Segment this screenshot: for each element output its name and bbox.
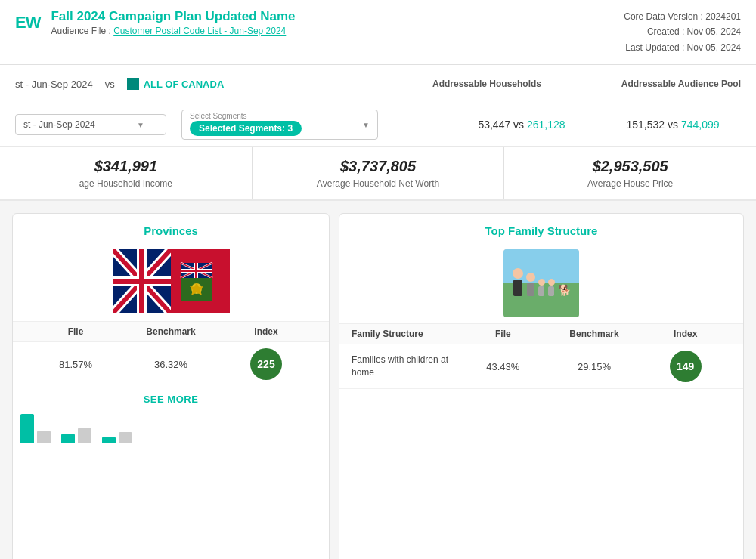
figure-body-child-2	[548, 286, 554, 296]
figure-adult-female	[526, 273, 535, 296]
metric-house-price-value: $2,953,505	[522, 158, 738, 175]
family-structure-title: Top Family Structure	[339, 214, 743, 242]
family-index-value: 149	[640, 351, 731, 382]
pool-benchmark: 744,099	[681, 119, 720, 131]
metric-household-income: $341,991 age Household Income	[0, 147, 253, 199]
panel-family: Top Family Structure	[339, 213, 744, 559]
figure-body-adult-female	[527, 283, 534, 296]
canada-badge: ALL OF CANADA	[127, 78, 225, 90]
svg-rect-19	[181, 270, 212, 272]
th-benchmark: Benchmark	[123, 326, 218, 337]
chevron-down-icon: ▼	[137, 121, 144, 129]
figure-adult-male	[513, 268, 523, 296]
bar-benchmark-3	[119, 432, 132, 443]
figure-head-child-2	[548, 279, 555, 286]
figure-child-2	[548, 279, 555, 296]
audience-file-label: st - Jun-Sep 2024	[15, 79, 93, 90]
subtitle-prefix: Audience File :	[51, 26, 113, 36]
addressable-households-label: Addressable Households	[411, 71, 562, 97]
figure-head-adult-male	[513, 268, 523, 279]
segments-select[interactable]: Select Segments Selected Segments: 3 ▼	[181, 110, 378, 140]
main-content: Provinces	[0, 201, 756, 559]
family-col-headers: Family Structure File Benchmark Index	[339, 323, 743, 344]
filter-row: st - Jun-Sep 2024 ▼ Select Segments Sele…	[0, 103, 756, 147]
figure-head-child-1	[538, 279, 545, 286]
pet-icon: 🐕	[558, 284, 571, 296]
figure-head-adult-female	[526, 273, 535, 282]
last-updated-date: Last Updated : Nov 05, 2024	[624, 40, 741, 55]
metric-house-price-label: Average House Price	[522, 178, 738, 189]
ontario-flag	[113, 249, 230, 313]
audience-file-select[interactable]: st - Jun-Sep 2024 ▼	[15, 114, 166, 135]
hh-file-value: 53,447	[478, 119, 510, 131]
th-file: File	[28, 326, 123, 337]
header-title: Fall 2024 Campaign Plan Updated Name	[51, 9, 295, 24]
metric-household-income-label: age Household Income	[18, 178, 234, 189]
canada-label: ALL OF CANADA	[144, 79, 225, 90]
metric-net-worth-value: $3,737,805	[271, 158, 486, 175]
bar-2	[61, 434, 75, 443]
core-data-version: Core Data Version : 2024201	[624, 9, 741, 24]
family-photo-area: 🐕	[339, 242, 743, 317]
bar-3	[102, 437, 116, 443]
header-title-block: Fall 2024 Campaign Plan Updated Name Aud…	[51, 9, 295, 36]
family-figures: 🐕	[513, 268, 571, 299]
family-photo: 🐕	[503, 249, 579, 317]
fth-index: Index	[640, 329, 731, 339]
addressable-audience-pool-label: Addressable Audience Pool	[575, 71, 741, 97]
pool-vs: vs	[668, 119, 681, 131]
provinces-title: Provinces	[13, 214, 329, 242]
header-left: EW Fall 2024 Campaign Plan Updated Name …	[15, 9, 296, 36]
vs-label: vs	[105, 79, 115, 90]
segments-pill: Selected Segments: 3	[190, 121, 302, 136]
th-index: Index	[218, 326, 314, 337]
bar-benchmark-2	[78, 428, 91, 443]
figure-child-1	[538, 279, 545, 296]
header-meta: Core Data Version : 2024201 Created : No…	[624, 9, 741, 55]
figure-body-child-1	[538, 286, 544, 296]
logo: EW	[15, 13, 40, 32]
created-date: Created : Nov 05, 2024	[624, 24, 741, 39]
header-subtitle: Audience File : Customer Postal Code Lis…	[51, 26, 295, 36]
family-structure-value: Families with children at home	[352, 354, 457, 379]
pool-stat-value: 151,532 vs 744,099	[627, 119, 720, 131]
svg-rect-8	[113, 279, 171, 284]
metric-household-income-value: $341,991	[18, 158, 234, 175]
metric-net-worth-label: Average Household Net Worth	[271, 178, 486, 189]
hh-stat-value: 53,447 vs 261,128	[478, 119, 565, 131]
metrics-bar: $341,991 age Household Income $3,737,805…	[0, 147, 756, 201]
bar-1	[20, 414, 34, 443]
addressable-households-stat: 53,447 vs 261,128	[454, 119, 590, 131]
province-benchmark-value: 36.32%	[123, 359, 218, 370]
chevron-down-icon-segments: ▼	[362, 121, 370, 129]
header: EW Fall 2024 Campaign Plan Updated Name …	[0, 0, 756, 65]
family-file-value: 43.43%	[457, 361, 549, 372]
hh-vs: vs	[513, 119, 527, 131]
family-index-badge: 149	[670, 351, 702, 382]
addressable-pool-stat: 151,532 vs 744,099	[605, 119, 741, 131]
panel-provinces: Provinces	[12, 213, 330, 559]
canada-color-box	[127, 78, 139, 90]
flag-area	[13, 242, 329, 321]
metric-house-price: $2,953,505 Average House Price	[504, 147, 756, 199]
select-segments-label: Select Segments	[190, 112, 247, 120]
fth-benchmark: Benchmark	[549, 329, 640, 339]
hh-benchmark: 261,128	[527, 119, 565, 131]
pool-file-value: 151,532	[627, 119, 665, 131]
bar-benchmark-1	[37, 431, 51, 443]
mini-bar-chart	[13, 412, 329, 443]
provinces-table-header: File Benchmark Index	[13, 321, 329, 342]
audience-file-select-value: st - Jun-Sep 2024	[23, 119, 95, 130]
fth-file: File	[457, 329, 549, 339]
toolbar: st - Jun-Sep 2024 vs ALL OF CANADA Addre…	[0, 65, 756, 103]
subtitle-link[interactable]: Customer Postal Code List - Jun-Sep 2024	[113, 26, 286, 36]
figure-body-adult-male	[513, 280, 522, 296]
metric-net-worth: $3,737,805 Average Household Net Worth	[253, 147, 505, 199]
province-file-value: 81.57%	[28, 359, 123, 370]
family-benchmark-value: 29.15%	[549, 361, 640, 372]
see-more-button[interactable]: SEE MORE	[13, 386, 329, 412]
province-index-badge: 225	[250, 348, 282, 380]
family-table-row: Families with children at home 43.43% 29…	[339, 344, 743, 389]
province-index-value: 225	[218, 348, 314, 380]
provinces-table-row: 81.57% 36.32% 225	[13, 342, 329, 386]
